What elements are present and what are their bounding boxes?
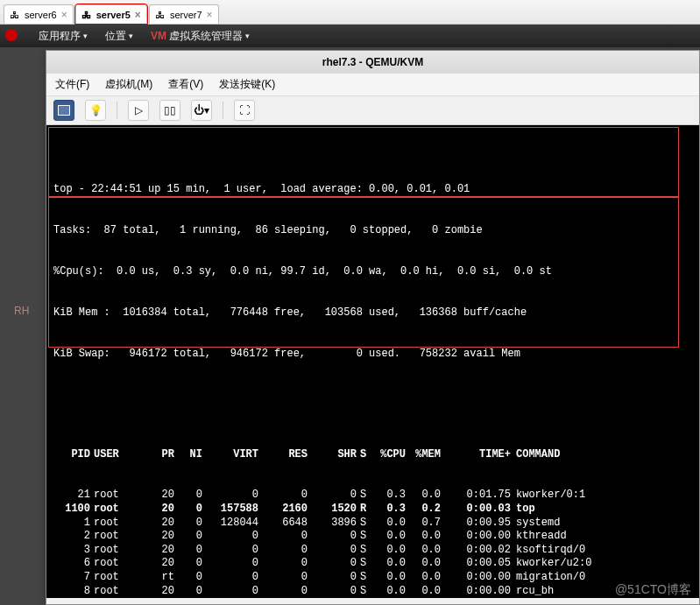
guest-terminal[interactable]: top - 22:44:51 up 15 min, 1 user, load a… xyxy=(46,125,699,598)
tab-server6[interactable]: 🖧 server6 × xyxy=(4,4,74,24)
vm-menubar: 文件(F) 虚拟机(M) 查看(V) 发送按键(K) xyxy=(46,74,699,96)
separator xyxy=(223,102,223,119)
menu-send-key[interactable]: 发送按键(K) xyxy=(219,77,275,92)
redhat-icon xyxy=(5,29,21,44)
table-row: 7rootrt0000S0.00.00:00.00migration/0 xyxy=(53,571,692,585)
tab-server5[interactable]: 🖧 server5 × xyxy=(75,4,147,24)
fullscreen-icon: ⛶ xyxy=(239,104,250,116)
window-title: rhel7.3 - QEMU/KVM xyxy=(46,51,699,74)
table-row: 1root20012804466483896S0.00.70:00.95syst… xyxy=(53,517,692,531)
tab-label: server5 xyxy=(96,10,131,20)
menu-vmm[interactable]: VM 虚拟系统管理器 xyxy=(151,29,250,44)
table-row: 21root200000S0.30.00:01.75kworker/0:1 xyxy=(53,489,692,503)
tab-label: server7 xyxy=(170,10,202,20)
table-row: 2root200000S0.00.00:00.00kthreadd xyxy=(53,530,692,544)
process-table: PID USER PR NI VIRT RES SHR S %CPU %MEM … xyxy=(53,420,692,598)
menu-file[interactable]: 文件(F) xyxy=(55,77,89,92)
lightbulb-icon: 💡 xyxy=(89,104,103,116)
menu-applications[interactable]: 应用程序 xyxy=(39,29,88,44)
server-icon: 🖧 xyxy=(155,10,166,20)
server-icon: 🖧 xyxy=(81,10,92,20)
shutdown-dropdown[interactable]: ⏻ ▾ xyxy=(191,100,212,121)
pause-button[interactable]: ▯▯ xyxy=(159,100,180,121)
virt-manager-icon: VM xyxy=(151,30,166,42)
vm-toolbar: 💡 ▷ ▯▯ ⏻ ▾ ⛶ xyxy=(46,96,699,125)
menu-vmm-label: 虚拟系统管理器 xyxy=(169,29,243,44)
vm-window: rhel7.3 - QEMU/KVM 文件(F) 虚拟机(M) 查看(V) 发送… xyxy=(46,50,700,605)
menu-places[interactable]: 位置 xyxy=(105,29,133,44)
server-icon: 🖧 xyxy=(10,10,20,20)
play-button[interactable]: ▷ xyxy=(128,100,149,121)
host-tab-bar: 🖧 server6 × 🖧 server5 × 🖧 server7 × xyxy=(0,0,700,25)
tab-server7[interactable]: 🖧 server7 × xyxy=(149,4,219,24)
top-summary-line5: KiB Swap: 946172 total, 946172 free, 0 u… xyxy=(53,348,692,362)
top-summary-line1: top - 22:44:51 up 15 min, 1 user, load a… xyxy=(53,183,692,197)
menu-view[interactable]: 查看(V) xyxy=(168,77,203,92)
power-icon: ⏻ xyxy=(194,104,204,116)
table-row: 6root200000S0.00.00:00.05kworker/u2:0 xyxy=(53,557,692,571)
monitor-icon xyxy=(58,105,70,116)
table-row: 1100root20015758821601520R0.30.20:00.03t… xyxy=(53,503,692,517)
fullscreen-button[interactable]: ⛶ xyxy=(234,100,255,121)
play-icon: ▷ xyxy=(135,104,143,116)
close-icon[interactable]: × xyxy=(61,9,67,21)
rh-label: RH xyxy=(14,305,29,317)
top-summary-line3: %Cpu(s): 0.0 us, 0.3 sy, 0.0 ni, 99.7 id… xyxy=(53,265,692,279)
top-summary-line2: Tasks: 87 total, 1 running, 86 sleeping,… xyxy=(53,224,692,238)
menu-vm[interactable]: 虚拟机(M) xyxy=(105,77,152,92)
tab-label: server6 xyxy=(25,10,57,20)
details-button[interactable]: 💡 xyxy=(85,100,106,121)
table-row: 8root200000S0.00.00:00.00rcu_bh xyxy=(53,585,692,598)
table-header: PID USER PR NI VIRT RES SHR S %CPU %MEM … xyxy=(53,448,692,462)
console-button[interactable] xyxy=(53,100,74,121)
watermark: @51CTO博客 xyxy=(615,582,691,598)
close-icon[interactable]: × xyxy=(207,9,213,21)
os-menubar: 应用程序 位置 VM 虚拟系统管理器 xyxy=(0,25,700,47)
table-row: 3root200000S0.00.00:00.02ksoftirqd/0 xyxy=(53,544,692,558)
separator xyxy=(117,102,117,119)
pause-icon: ▯▯ xyxy=(164,104,176,116)
close-icon[interactable]: × xyxy=(135,9,141,21)
top-summary-line4: KiB Mem : 1016384 total, 776448 free, 10… xyxy=(53,306,692,320)
